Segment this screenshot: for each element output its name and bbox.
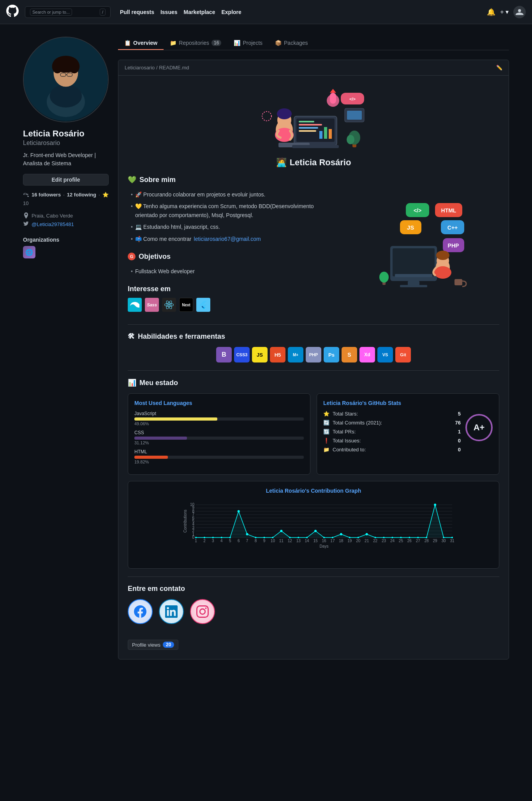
svg-text:PHP: PHP: [448, 242, 459, 249]
svg-rect-51: [393, 248, 435, 276]
language-bars: JavaScript 49.06% CSS 31.12% HTML 19.82%: [134, 411, 304, 464]
stars-icon: ⭐: [102, 192, 109, 198]
sidebar: 😊 Leticia Rosário Leticiarosario Jr. Fro…: [23, 37, 109, 660]
sobre-item-2: 💛 Tenho alguma experiencia com Scrum, me…: [131, 200, 324, 221]
tab-packages[interactable]: 📦 Packages: [269, 37, 314, 50]
profile-meta: Praia, Cabo Verde @Leticia29785481: [23, 212, 109, 227]
nextjs-icon: Next: [179, 298, 193, 312]
stat-label: Total Commits (2021):: [333, 420, 452, 426]
stats-grid: Most Used Languages JavaScript 49.06% CS…: [128, 393, 499, 475]
svg-point-91: [212, 537, 214, 538]
js-badge: JS: [252, 347, 268, 362]
following-link[interactable]: 12 following: [67, 192, 96, 198]
navbar-links: Pull requests Issues Marketplace Explore: [120, 9, 241, 15]
stat-icon: 🔃: [323, 429, 329, 435]
user-avatar-nav[interactable]: [513, 6, 526, 18]
email-link[interactable]: leticiarosario67@gmail.com: [194, 235, 261, 243]
svg-text:8: 8: [255, 539, 257, 543]
svg-text:12: 12: [288, 539, 292, 543]
svg-text:</>: </>: [349, 97, 356, 101]
packages-icon: 📦: [275, 40, 282, 46]
svg-point-89: [204, 537, 205, 538]
bootstrap-badge: B: [216, 347, 232, 362]
profile-views-label: Profile views: [132, 642, 160, 648]
facebook-icon[interactable]: [128, 599, 153, 624]
svg-point-2: [50, 85, 82, 108]
stat-label: Contributed to:: [333, 447, 455, 453]
pull-requests-link[interactable]: Pull requests: [120, 9, 154, 15]
svg-point-117: [323, 537, 325, 538]
tab-projects[interactable]: 📊 Projects: [227, 37, 269, 50]
interest-icons: Sass Next: [128, 298, 324, 312]
readme-title: 🧑‍💻 Leticia Rosário: [128, 157, 499, 168]
svg-text:19: 19: [347, 539, 352, 543]
svg-point-145: [443, 537, 444, 538]
vscode-badge: VS: [377, 347, 393, 362]
readme-body: </> 🧑‍💻 Leticia Rosário: [118, 76, 509, 659]
svg-text:23: 23: [382, 539, 386, 543]
search-input[interactable]: Search or jump to... /: [25, 6, 111, 18]
gh-stat-row: 🔃 Total PRs: 1: [323, 429, 461, 435]
svg-point-103: [263, 537, 265, 538]
lang-bar: [134, 456, 168, 459]
skills-divider: [128, 324, 499, 325]
svg-text:6: 6: [238, 539, 240, 543]
svg-rect-17: [299, 127, 318, 129]
svg-point-95: [229, 537, 231, 538]
svg-point-60: [379, 272, 389, 283]
contact-title: Entre em contato: [128, 585, 499, 593]
instagram-icon[interactable]: [190, 599, 215, 624]
svg-text:20: 20: [356, 539, 361, 543]
sublime-badge: S: [342, 347, 357, 362]
svg-text:4: 4: [220, 539, 223, 543]
marketplace-link[interactable]: Marketplace: [184, 9, 215, 15]
hero-svg: </>: [255, 85, 372, 151]
svg-rect-18: [299, 130, 316, 132]
github-stats-card: Leticia Rosário's GitHub Stats ⭐ Total S…: [317, 393, 499, 475]
followers-link[interactable]: 16 followers: [32, 192, 61, 198]
svg-point-137: [409, 537, 410, 538]
svg-point-129: [375, 537, 376, 538]
lang-name: HTML: [134, 449, 304, 454]
profile-name: Leticia Rosário: [23, 129, 109, 139]
svg-text:27: 27: [416, 539, 421, 543]
svg-text:29: 29: [433, 539, 438, 543]
svg-rect-27: [292, 145, 339, 148]
tab-repositories[interactable]: 📁 Repositories 16: [164, 37, 227, 50]
photoshop-badge: Ps: [324, 347, 339, 362]
notification-bell[interactable]: 🔔: [487, 8, 495, 16]
svg-rect-20: [324, 127, 327, 139]
linkedin-icon[interactable]: [159, 599, 184, 624]
svg-point-87: [195, 537, 197, 538]
languages-card: Most Used Languages JavaScript 49.06% CS…: [128, 393, 310, 475]
contact-divider: [128, 576, 499, 577]
php-badge: PHP: [306, 347, 321, 362]
contact-icons: [128, 599, 499, 624]
lang-bar: [134, 437, 187, 440]
interesse-title: Interesse em: [128, 285, 324, 293]
explore-link[interactable]: Explore: [221, 9, 241, 15]
gh-stat-row: ⭐ Total Stars: 5: [323, 411, 461, 417]
tab-overview[interactable]: 📋 Overview: [118, 37, 164, 50]
org-avatar[interactable]: 🌐: [23, 246, 35, 258]
svg-text:17: 17: [330, 539, 335, 543]
objetivos-title: G Objetivos: [128, 253, 324, 261]
issues-link[interactable]: Issues: [160, 9, 178, 15]
stat-icon: 📁: [323, 447, 329, 453]
navbar: Search or jump to... / Pull requests Iss…: [0, 0, 532, 24]
profile-views-count: 20: [163, 642, 174, 648]
contact-section: Entre em contato: [128, 585, 499, 624]
svg-point-123: [349, 537, 351, 538]
stat-value: 5: [458, 411, 461, 417]
svg-rect-61: [395, 274, 432, 277]
github-logo[interactable]: [6, 5, 19, 19]
lang-item: JavaScript 49.06%: [134, 411, 304, 426]
svg-text:15: 15: [314, 539, 318, 543]
sobre-item-1: 🚀 Procurando colaborar em projetos e evo…: [131, 189, 324, 200]
svg-text:22: 22: [373, 539, 378, 543]
twitter-link[interactable]: @Leticia29785481: [32, 221, 74, 227]
edit-icon[interactable]: ✏️: [496, 65, 502, 71]
new-item-button[interactable]: + ▾: [500, 8, 509, 16]
edit-profile-button[interactable]: Edit profile: [23, 174, 109, 186]
html5-badge: H5: [270, 347, 285, 362]
